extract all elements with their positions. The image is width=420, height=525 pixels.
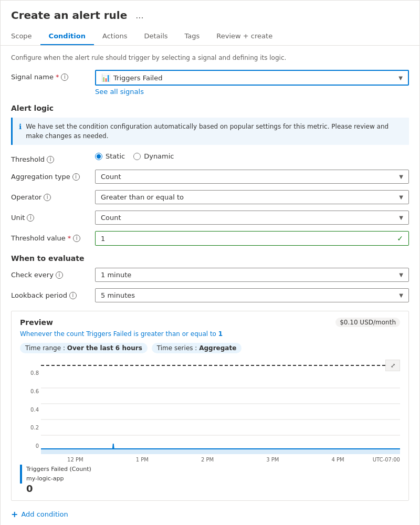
chart-legend: Triggers Failed (Count) my-logic-app 0	[20, 465, 400, 494]
unit-label: Unit i	[11, 211, 95, 222]
chips-row: Time range : Over the last 6 hours Time …	[20, 343, 400, 353]
checkmark-icon: ✓	[397, 234, 403, 243]
threshold-label: Threshold i	[11, 152, 95, 163]
unit-row: Unit i Count ▼	[11, 211, 409, 225]
static-radio-option[interactable]: Static	[95, 152, 125, 160]
unit-info-icon[interactable]: i	[27, 214, 34, 222]
check-every-info-icon[interactable]: i	[56, 271, 63, 279]
aggregation-type-dropdown[interactable]: Count ▼	[95, 170, 409, 184]
aggregation-type-label: Aggregation type i	[11, 170, 95, 181]
check-every-dropdown[interactable]: 1 minute ▼	[95, 268, 409, 282]
threshold-value-control: 1 ✓	[95, 231, 409, 246]
legend-title: Triggers Failed (Count)	[26, 465, 91, 474]
check-every-control: 1 minute ▼	[95, 268, 409, 282]
lookback-period-label: Lookback period i	[11, 288, 95, 299]
info-banner-text: We have set the condition configuration …	[26, 122, 403, 141]
chart-wrapper: ⤢ 0.8 0.6	[20, 360, 400, 456]
threshold-value-row: Threshold value * i 1 ✓	[11, 231, 409, 246]
threshold-radio-group: Static Dynamic	[95, 152, 409, 160]
threshold-info-icon[interactable]: i	[47, 156, 54, 163]
chevron-down-icon: ▼	[399, 272, 403, 278]
required-star: *	[56, 73, 59, 81]
threshold-row: Threshold i Static Dynamic	[11, 152, 409, 163]
chevron-down-icon: ▼	[399, 194, 403, 200]
nav-tabs: Scope Condition Actions Details Tags Rev…	[11, 28, 409, 45]
check-every-value: 1 minute	[101, 271, 131, 279]
content: Configure when the alert rule should tri…	[1, 46, 419, 525]
tab-actions[interactable]: Actions	[94, 28, 136, 45]
header: Create an alert rule ... Scope Condition…	[1, 1, 419, 46]
lookback-period-row: Lookback period i 5 minutes ▼	[11, 288, 409, 302]
legend-subtitle: my-logic-app	[26, 474, 91, 484]
check-every-label: Check every i	[11, 268, 95, 279]
operator-value: Greater than or equal to	[101, 193, 184, 201]
unit-dropdown[interactable]: Count ▼	[95, 211, 409, 225]
threshold-value-display: 1	[101, 235, 105, 243]
operator-row: Operator i Greater than or equal to ▼	[11, 190, 409, 204]
legend-color-bar	[20, 465, 22, 484]
threshold-dashed-line	[41, 365, 385, 366]
chevron-down-icon: ▼	[398, 75, 403, 81]
time-series-chip[interactable]: Time series : Aggregate	[152, 343, 242, 353]
time-range-chip[interactable]: Time range : Over the last 6 hours	[20, 343, 148, 353]
see-all-signals-link[interactable]: See all signals	[95, 88, 144, 96]
x-axis-row: 12 PM 1 PM 2 PM 3 PM 4 PM UTC-07:00	[20, 457, 400, 463]
tab-scope[interactable]: Scope	[11, 28, 40, 45]
operator-info-icon[interactable]: i	[44, 194, 51, 201]
when-to-evaluate-heading: When to evaluate	[11, 254, 409, 262]
dynamic-radio-input[interactable]	[133, 153, 141, 160]
tab-tags[interactable]: Tags	[176, 28, 208, 45]
lookback-period-info-icon[interactable]: i	[69, 292, 77, 299]
lookback-period-dropdown[interactable]: 5 minutes ▼	[95, 288, 409, 302]
chevron-down-icon: ▼	[399, 174, 403, 180]
chart-svg	[41, 375, 400, 454]
aggregation-type-value: Count	[101, 173, 121, 181]
chevron-down-icon: ▼	[399, 292, 403, 298]
plus-icon: +	[11, 509, 18, 519]
preview-cost: $0.10 USD/month	[335, 318, 400, 327]
aggregation-type-control: Count ▼	[95, 170, 409, 184]
operator-label: Operator i	[11, 190, 95, 201]
dynamic-radio-option[interactable]: Dynamic	[133, 152, 174, 160]
section-description: Configure when the alert rule should tri…	[11, 54, 409, 61]
signal-name-info-icon[interactable]: i	[61, 74, 68, 81]
chevron-down-icon: ▼	[399, 215, 403, 220]
preview-description: Whenever the count Triggers Failed is gr…	[20, 330, 400, 338]
aggregation-type-info-icon[interactable]: i	[72, 173, 80, 181]
operator-control: Greater than or equal to ▼	[95, 190, 409, 204]
signal-name-label: Signal name * i	[11, 70, 95, 81]
threshold-value-label: Threshold value * i	[11, 231, 95, 242]
page-title: Create an alert rule	[11, 9, 127, 22]
signal-name-control: 📊 Triggers Failed ▼ See all signals	[95, 70, 409, 96]
dynamic-radio-label: Dynamic	[144, 152, 174, 160]
title-row: Create an alert rule ...	[11, 9, 409, 22]
operator-dropdown[interactable]: Greater than or equal to ▼	[95, 190, 409, 204]
add-condition-label: Add condition	[21, 510, 68, 518]
lookback-period-value: 5 minutes	[101, 291, 135, 299]
tab-details[interactable]: Details	[135, 28, 176, 45]
unit-control: Count ▼	[95, 211, 409, 225]
info-banner: ℹ We have set the condition configuratio…	[11, 118, 409, 145]
bar-chart-icon: 📊	[101, 74, 110, 82]
tab-review-create[interactable]: Review + create	[208, 28, 281, 45]
check-every-row: Check every i 1 minute ▼	[11, 268, 409, 282]
signal-name-dropdown[interactable]: 📊 Triggers Failed ▼	[95, 70, 409, 86]
utc-label: UTC-07:00	[373, 457, 400, 463]
ellipsis-button[interactable]: ...	[132, 9, 146, 22]
threshold-control: Static Dynamic	[95, 152, 409, 160]
static-radio-input[interactable]	[95, 153, 102, 160]
zoom-icon[interactable]: ⤢	[385, 360, 400, 371]
svg-marker-5	[41, 444, 400, 454]
threshold-value-info-icon[interactable]: i	[73, 235, 80, 242]
signal-name-value: Triggers Failed	[113, 74, 162, 82]
legend-value: 0	[26, 483, 91, 494]
threshold-value-input[interactable]: 1 ✓	[95, 231, 409, 246]
x-axis-labels: 12 PM 1 PM 2 PM 3 PM 4 PM	[41, 457, 371, 463]
threshold-value-required: *	[68, 234, 71, 242]
add-condition-button[interactable]: + Add condition	[11, 507, 409, 521]
page-container: Create an alert rule ... Scope Condition…	[0, 0, 420, 525]
aggregation-type-row: Aggregation type i Count ▼	[11, 170, 409, 184]
static-radio-label: Static	[106, 152, 125, 160]
lookback-period-control: 5 minutes ▼	[95, 288, 409, 302]
tab-condition[interactable]: Condition	[40, 28, 94, 45]
